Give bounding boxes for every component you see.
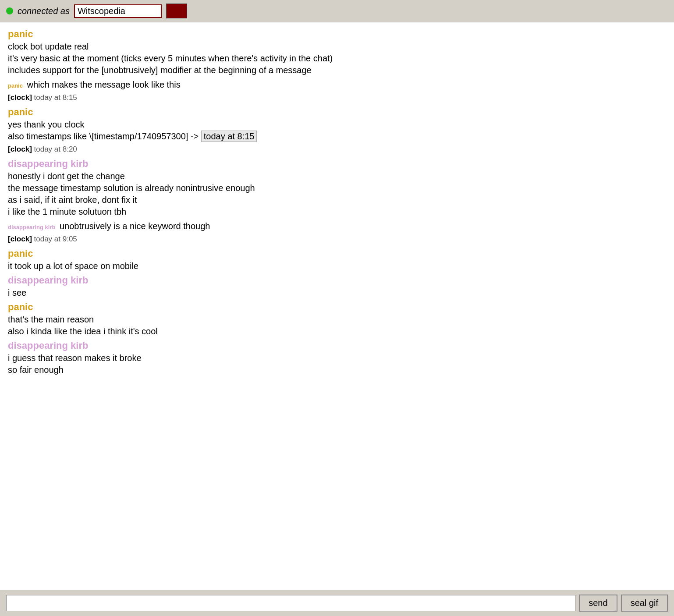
message-line: also i kinda like the idea i think it's … bbox=[8, 326, 666, 337]
inline-username: panic bbox=[8, 82, 23, 89]
message-line: includes support for the [unobtrusively]… bbox=[8, 64, 666, 76]
message-input[interactable] bbox=[6, 595, 575, 611]
username-label: disappearing kirb bbox=[8, 340, 666, 351]
message-line: as i said, if it aint broke, dont fix it bbox=[8, 194, 666, 206]
color-swatch-button[interactable] bbox=[166, 4, 187, 18]
timestamp-highlight: today at 8:15 bbox=[201, 131, 257, 142]
message-line: the message timestamp solution is alread… bbox=[8, 182, 666, 194]
connected-label: connected as bbox=[18, 6, 70, 16]
header-bar: connected as bbox=[0, 0, 674, 22]
clock-label: [clock] bbox=[8, 235, 32, 243]
inline-message-block: panic which makes the message look like … bbox=[8, 79, 666, 91]
username-label: disappearing kirb bbox=[8, 158, 666, 170]
username-input[interactable] bbox=[74, 4, 162, 18]
seal-gif-button[interactable]: seal gif bbox=[621, 595, 668, 612]
send-button[interactable]: send bbox=[579, 595, 617, 612]
message-block: panic yes thank you clock also timestamp… bbox=[8, 106, 666, 142]
message-line: that's the main reason bbox=[8, 314, 666, 326]
message-block: panic it took up a lot of space on mobil… bbox=[8, 248, 666, 272]
inline-text: which makes the message look like this bbox=[27, 80, 181, 89]
inline-message-line: panic which makes the message look like … bbox=[8, 79, 666, 91]
message-line: yes thank you clock bbox=[8, 119, 666, 131]
status-indicator bbox=[6, 7, 13, 14]
message-line: also timestamps like \[timestamp/1740957… bbox=[8, 131, 666, 142]
message-line: i guess that reason makes it broke bbox=[8, 352, 666, 364]
inline-message-block: disappearing kirb unobtrusively is a nic… bbox=[8, 220, 666, 232]
clock-timestamp: [clock] today at 9:05 bbox=[8, 235, 666, 244]
message-line: clock bot update real bbox=[8, 41, 666, 53]
message-block: panic that's the main reason also i kind… bbox=[8, 301, 666, 337]
message-line: i like the 1 minute solutuon tbh bbox=[8, 206, 666, 218]
inline-username: disappearing kirb bbox=[8, 224, 55, 230]
clock-time: today at 8:15 bbox=[34, 93, 77, 102]
input-bar: send seal gif bbox=[0, 590, 674, 616]
username-label: panic bbox=[8, 28, 666, 40]
inline-message-line: disappearing kirb unobtrusively is a nic… bbox=[8, 220, 666, 232]
message-line: so fair enough bbox=[8, 364, 666, 376]
chat-area: panic clock bot update real it's very ba… bbox=[0, 22, 674, 590]
message-block: disappearing kirb honestly i dont get th… bbox=[8, 158, 666, 218]
username-label: disappearing kirb bbox=[8, 275, 666, 286]
message-line: honestly i dont get the change bbox=[8, 170, 666, 182]
clock-timestamp: [clock] today at 8:15 bbox=[8, 93, 666, 102]
clock-time: today at 8:20 bbox=[34, 145, 77, 153]
message-line: it took up a lot of space on mobile bbox=[8, 260, 666, 272]
clock-timestamp: [clock] today at 8:20 bbox=[8, 145, 666, 154]
clock-label: [clock] bbox=[8, 145, 32, 153]
username-label: panic bbox=[8, 301, 666, 313]
inline-text: unobtrusively is a nice keyword though bbox=[60, 221, 210, 231]
message-block: disappearing kirb i see bbox=[8, 275, 666, 299]
message-line: it's very basic at the moment (ticks eve… bbox=[8, 53, 666, 64]
message-line: i see bbox=[8, 287, 666, 299]
clock-label: [clock] bbox=[8, 93, 32, 102]
username-label: panic bbox=[8, 248, 666, 259]
username-label: panic bbox=[8, 106, 666, 118]
message-block: disappearing kirb i guess that reason ma… bbox=[8, 340, 666, 376]
message-block: panic clock bot update real it's very ba… bbox=[8, 28, 666, 76]
clock-time: today at 9:05 bbox=[34, 235, 77, 243]
